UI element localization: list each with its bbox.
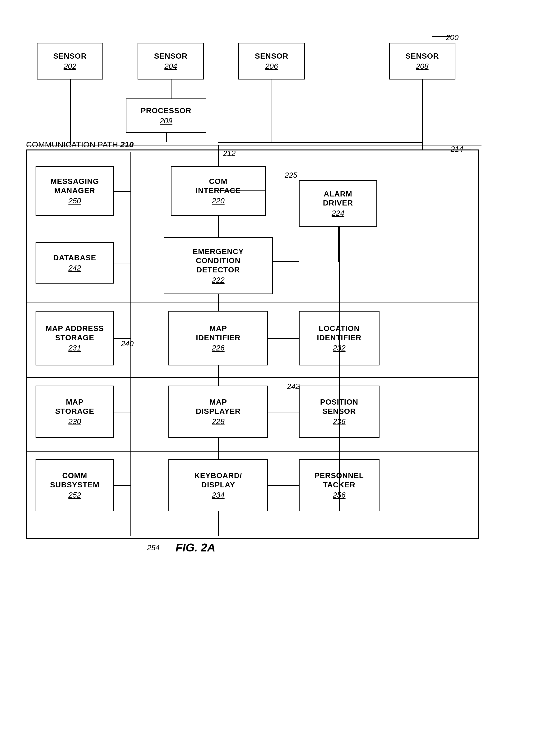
map-identifier-label: MAPIDENTIFIER xyxy=(196,324,240,342)
s202-to-commpath xyxy=(70,142,71,146)
db-to-bus xyxy=(114,263,131,263)
cs-to-bus xyxy=(114,485,131,486)
sensor-208-line xyxy=(422,80,423,142)
emergency-detector-box: EMERGENCYCONDITIONDETECTOR 222 xyxy=(164,237,273,294)
mi-to-li xyxy=(268,338,299,339)
map-storage-id: 230 xyxy=(68,417,81,426)
sensor-204-line-v xyxy=(171,80,171,99)
ref-242: 242 xyxy=(287,382,299,391)
keyboard-display-label: KEYBOARD/DISPLAY xyxy=(194,471,242,489)
processor-209-box: PROCESSOR 209 xyxy=(126,99,206,133)
map-identifier-box: MAPIDENTIFIER 226 xyxy=(168,311,268,365)
sensor-206-box: SENSOR 206 xyxy=(238,43,305,80)
keyboard-display-box: KEYBOARD/DISPLAY 234 xyxy=(168,459,268,511)
messaging-manager-label: MESSAGINGMANAGER xyxy=(51,177,99,195)
map-address-box: MAP ADDRESSSTORAGE 231 xyxy=(36,311,114,365)
database-id: 242 xyxy=(68,264,81,272)
com-interface-id: 220 xyxy=(212,197,224,205)
processor-209-id: 209 xyxy=(160,116,172,125)
comm-subsystem-id: 252 xyxy=(68,491,81,499)
ecd-to-alarm xyxy=(273,261,299,262)
sensor-202-id: 202 xyxy=(64,62,76,71)
map-displayer-id: 228 xyxy=(212,417,224,426)
messaging-manager-box: MESSAGINGMANAGER 250 xyxy=(36,166,114,216)
top-h-line xyxy=(218,142,423,143)
mas-to-bus xyxy=(114,338,131,339)
map-displayer-box: MAPDISPLAYER 228 xyxy=(168,386,268,438)
ci-to-bus-right xyxy=(218,190,266,191)
map-storage-box: MAPSTORAGE 230 xyxy=(36,386,114,438)
comm-path-line xyxy=(26,145,482,146)
sensor-204-box: SENSOR 204 xyxy=(137,43,204,80)
map-address-label: MAP ADDRESSSTORAGE xyxy=(46,324,104,342)
sensor-208-label: SENSOR xyxy=(405,52,439,60)
sensor-206-line xyxy=(272,80,272,142)
emergency-detector-label: EMERGENCYCONDITIONDETECTOR xyxy=(192,247,243,274)
kb-to-pt xyxy=(268,485,299,486)
sensor-204-label: SENSOR xyxy=(154,52,187,60)
keyboard-display-id: 234 xyxy=(212,491,224,499)
messaging-manager-id: 250 xyxy=(68,197,81,205)
sensor-206-label: SENSOR xyxy=(255,52,288,60)
ms-to-bus xyxy=(114,412,131,412)
com-interface-label: COMINTERFACE xyxy=(196,177,241,195)
database-box: DATABASE 242 xyxy=(36,242,114,283)
sensor-202-label: SENSOR xyxy=(53,52,87,60)
divider-1 xyxy=(26,303,479,303)
processor-209-label: PROCESSOR xyxy=(141,106,191,115)
divider-2 xyxy=(26,377,479,378)
mm-to-bus xyxy=(114,191,131,192)
sensor-202-box: SENSOR 202 xyxy=(37,43,103,80)
alarm-driver-box: ALARMDRIVER 224 xyxy=(299,180,377,227)
md-to-ps xyxy=(268,412,299,412)
sensor-204-id: 204 xyxy=(164,62,177,71)
comm-subsystem-label: COMMSUBSYSTEM xyxy=(50,471,99,489)
alarm-driver-label: ALARMDRIVER xyxy=(323,189,353,208)
ref-200-line xyxy=(432,36,451,37)
map-address-id: 231 xyxy=(68,343,81,352)
proc-line-down xyxy=(166,133,167,142)
sensor-204-line-h xyxy=(166,99,171,99)
s208-to-system xyxy=(422,142,423,150)
sensor-208-box: SENSOR 208 xyxy=(389,43,455,80)
comm-subsystem-box: COMMSUBSYSTEM 252 xyxy=(36,459,114,511)
right-v-line xyxy=(339,227,340,511)
com-interface-box: COMINTERFACE 220 xyxy=(171,166,266,216)
map-displayer-label: MAPDISPLAYER xyxy=(196,398,240,416)
database-label: DATABASE xyxy=(53,253,96,262)
map-identifier-id: 226 xyxy=(212,343,224,352)
map-storage-label: MAPSTORAGE xyxy=(55,398,95,416)
ref-225: 225 xyxy=(285,171,297,179)
alarm-down-line xyxy=(338,227,339,262)
diagram: 200 SENSOR 202 SENSOR 204 SENSOR 206 SEN… xyxy=(24,19,536,719)
ref-254: 254 xyxy=(147,543,160,552)
divider-3 xyxy=(26,451,479,452)
ref-240: 240 xyxy=(121,339,133,348)
ref-212: 212 xyxy=(223,149,235,158)
fig-label: FIG. 2A xyxy=(175,541,215,554)
sensor-206-id: 206 xyxy=(265,62,278,71)
alarm-driver-id: 224 xyxy=(332,209,344,218)
ref-214: 214— xyxy=(451,145,471,154)
emergency-detector-id: 222 xyxy=(212,276,224,284)
sensor-208-id: 208 xyxy=(416,62,428,71)
sensor-202-line xyxy=(70,80,71,142)
ref-200: 200 xyxy=(446,33,458,42)
